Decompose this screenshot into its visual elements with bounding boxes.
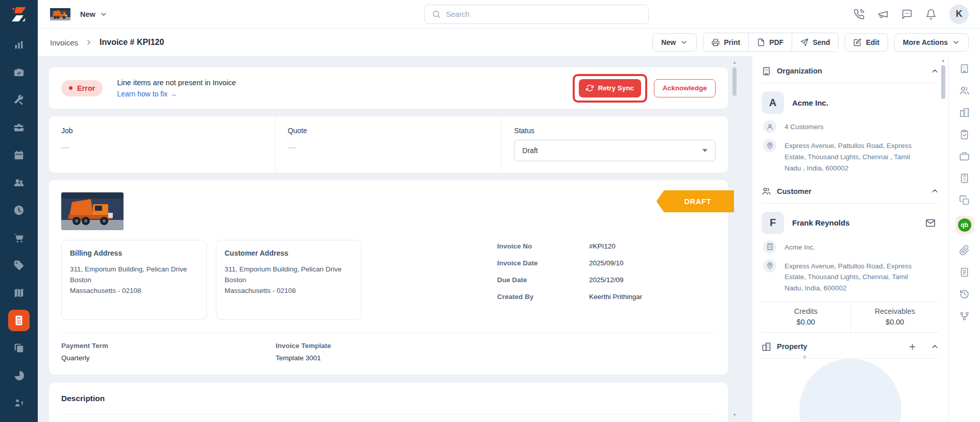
topbar-new-label: New bbox=[80, 10, 95, 18]
organization-avatar: A bbox=[762, 91, 784, 114]
property-collapse-button[interactable] bbox=[930, 342, 939, 351]
nav-jobs-icon[interactable] bbox=[8, 62, 30, 83]
receivables-label: Receivables bbox=[851, 307, 940, 315]
search-input[interactable] bbox=[446, 10, 641, 18]
rail-jobs-icon[interactable] bbox=[959, 150, 971, 162]
empty-property-illustration bbox=[799, 359, 901, 422]
rail-customer-icon[interactable] bbox=[959, 84, 971, 96]
customer-company[interactable]: Acme Inc. bbox=[785, 240, 815, 253]
rail-quickbooks-icon[interactable]: qb bbox=[955, 216, 974, 234]
print-label: Print bbox=[724, 38, 740, 46]
nav-services-icon[interactable] bbox=[8, 89, 30, 111]
customer-name[interactable]: Frank Reynolds bbox=[792, 218, 917, 227]
customer-avatar-initial: F bbox=[770, 217, 776, 229]
envelope-icon bbox=[925, 217, 936, 229]
nav-dashboard-icon[interactable] bbox=[8, 34, 30, 56]
billing-address-line: Massachusetts - 02108 bbox=[70, 286, 198, 296]
invoice-no-value: #KPI120 bbox=[589, 242, 616, 250]
invoice-field-row: Invoice Date 2025/09/10 bbox=[497, 259, 716, 267]
global-search[interactable] bbox=[424, 5, 649, 24]
breadcrumb-invoices-link[interactable]: Invoices bbox=[50, 38, 78, 47]
email-customer-button[interactable] bbox=[925, 217, 936, 229]
rail-attachments-icon[interactable] bbox=[959, 244, 971, 256]
property-title: Property bbox=[777, 342, 807, 351]
pdf-button[interactable]: PDF bbox=[748, 33, 792, 52]
chevron-right-icon bbox=[85, 38, 93, 46]
nav-org-chart-icon[interactable] bbox=[8, 392, 30, 414]
user-avatar[interactable]: K bbox=[949, 5, 969, 24]
status-selected-value: Draft bbox=[522, 146, 537, 155]
more-actions-button[interactable]: More Actions bbox=[894, 33, 969, 52]
customer-balances: Credits $0.00 Receivables $0.00 bbox=[762, 302, 939, 333]
main-column: New K Invoices Invoice # KPI120 bbox=[38, 0, 980, 422]
nav-teams-icon[interactable] bbox=[8, 172, 30, 193]
account-truck-thumbnail[interactable] bbox=[50, 5, 70, 24]
nav-schedule-icon[interactable] bbox=[8, 144, 30, 166]
scroll-up-arrow-icon[interactable]: ▲ bbox=[732, 60, 737, 65]
nav-timesheets-icon[interactable] bbox=[8, 200, 30, 221]
rail-documents-icon[interactable] bbox=[959, 194, 971, 206]
phone-call-icon[interactable] bbox=[853, 9, 865, 20]
sync-refresh-icon bbox=[586, 84, 594, 92]
organization-collapse-button[interactable] bbox=[930, 67, 939, 76]
rail-invoice-icon[interactable] bbox=[959, 172, 971, 184]
organization-name[interactable]: Acme Inc. bbox=[792, 98, 939, 107]
billing-address-card: Billing Address 311, Emporium Building, … bbox=[61, 240, 207, 320]
topbar-new-menu[interactable]: New bbox=[80, 10, 108, 18]
scroll-down-arrow-icon[interactable]: ▼ bbox=[732, 413, 737, 418]
add-property-button[interactable] bbox=[908, 342, 917, 351]
printer-icon bbox=[712, 38, 720, 46]
chevron-down-icon bbox=[680, 38, 688, 46]
announcements-icon[interactable] bbox=[877, 9, 889, 20]
customer-address-line: Boston bbox=[225, 275, 353, 286]
retry-sync-highlight-annotation: Retry Sync bbox=[573, 74, 647, 103]
zuper-logo[interactable] bbox=[9, 5, 29, 26]
edit-button[interactable]: Edit bbox=[845, 33, 888, 52]
chat-icon[interactable] bbox=[901, 9, 913, 20]
credits-label: Credits bbox=[762, 307, 850, 315]
retry-sync-button[interactable]: Retry Sync bbox=[579, 79, 641, 97]
nav-reports-icon[interactable] bbox=[8, 365, 30, 386]
receivables-value: $0.00 bbox=[851, 318, 940, 326]
nav-invoices-icon[interactable] bbox=[8, 310, 30, 331]
rail-organization-icon[interactable] bbox=[959, 62, 971, 75]
customer-address-card: Customer Address 311, Emporium Building,… bbox=[216, 240, 361, 320]
job-value: --- bbox=[61, 143, 263, 151]
billing-address-line: 311, Emporium Building, Pelican Drive bbox=[70, 264, 198, 275]
people-icon bbox=[762, 186, 771, 196]
rail-property-icon[interactable] bbox=[959, 106, 971, 118]
panel-scrollbar[interactable]: ▲ bbox=[940, 58, 946, 211]
nav-toolbox-icon[interactable] bbox=[8, 117, 30, 138]
nav-parts-icon[interactable] bbox=[8, 227, 30, 249]
customer-summary: F Frank Reynolds bbox=[762, 212, 939, 234]
new-dropdown-button[interactable]: New bbox=[652, 33, 697, 52]
retry-sync-label: Retry Sync bbox=[598, 84, 634, 92]
send-button[interactable]: Send bbox=[792, 33, 838, 52]
rail-history-icon[interactable] bbox=[959, 288, 971, 300]
quickbooks-badge: qb bbox=[958, 218, 971, 232]
workspace: Error Line items are not present in Invo… bbox=[38, 56, 980, 422]
acknowledge-button[interactable]: Acknowledge bbox=[654, 79, 716, 97]
main-scrollbar[interactable]: ▲ ▼ bbox=[731, 60, 738, 418]
nav-pricebook-icon[interactable] bbox=[8, 255, 30, 276]
rail-tasks-icon[interactable] bbox=[959, 128, 971, 140]
scrollbar-thumb[interactable] bbox=[941, 65, 945, 99]
learn-how-to-fix-link[interactable]: Learn how to fix → bbox=[117, 90, 236, 98]
chevron-down-icon bbox=[952, 38, 960, 46]
person-icon bbox=[763, 120, 776, 133]
chevron-up-icon bbox=[930, 67, 939, 76]
scroll-up-arrow-icon[interactable]: ▲ bbox=[941, 58, 945, 63]
breadcrumb: Invoices Invoice # KPI120 bbox=[50, 38, 164, 47]
customer-collapse-button[interactable] bbox=[930, 187, 939, 195]
rail-workflow-icon[interactable] bbox=[959, 310, 971, 322]
print-button[interactable]: Print bbox=[703, 33, 748, 52]
nav-territories-icon[interactable] bbox=[8, 282, 30, 304]
rail-notes-icon[interactable] bbox=[959, 266, 971, 278]
notifications-bell-icon[interactable] bbox=[925, 9, 937, 20]
scrollbar-thumb[interactable] bbox=[732, 67, 737, 96]
nav-documents-icon[interactable] bbox=[8, 337, 30, 359]
status-dropdown[interactable]: Draft bbox=[514, 140, 716, 161]
plus-icon bbox=[908, 342, 917, 351]
organization-customers-count[interactable]: 4 Customers bbox=[785, 120, 824, 133]
organization-customers-row: 4 Customers bbox=[762, 120, 939, 133]
